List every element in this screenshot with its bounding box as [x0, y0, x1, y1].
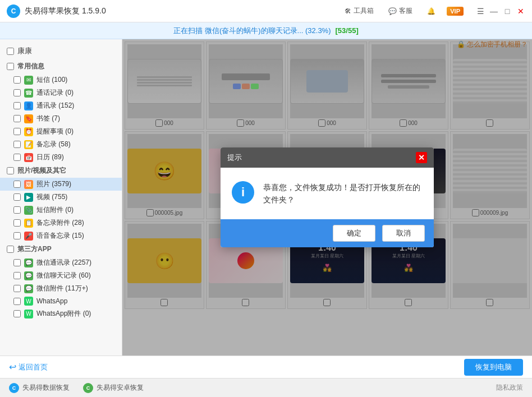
videos-checkbox[interactable]: [13, 193, 21, 201]
menu-icon[interactable]: ☰: [476, 7, 485, 16]
notes-label: 备忘录 (58): [36, 140, 71, 149]
recover-button[interactable]: 恢复到电脑: [464, 359, 523, 376]
section-media-checkbox[interactable]: [7, 167, 14, 174]
sidebar: 康康 常用信息 ✉ 短信 (100) ☎ 通话记录 (0) 👤 通讯录 (152…: [0, 39, 122, 356]
footer-app1[interactable]: C 失易得数据恢复: [9, 383, 70, 393]
sidebar-item-notes[interactable]: 📝 备忘录 (58): [0, 138, 122, 151]
app-logo: C: [7, 4, 20, 18]
sms-checkbox[interactable]: [13, 76, 21, 84]
photos-icon: 🖼: [24, 180, 33, 189]
calendar-label: 日历 (89): [36, 153, 64, 162]
minimize-button[interactable]: —: [489, 7, 498, 16]
whatsapp-checkbox[interactable]: [13, 298, 21, 305]
voice-memos-icon: 🎤: [24, 232, 33, 241]
sidebar-item-wechat-chat[interactable]: 💬 微信聊天记录 (60): [0, 269, 122, 282]
wechat-contacts-checkbox[interactable]: [13, 259, 21, 266]
dialog: 提示 ✕ i 恭喜您，文件恢复成功！是否打开恢复所在的文件夹？ 确定 取消: [221, 147, 434, 248]
photos-checkbox[interactable]: [13, 181, 21, 188]
contacts-label: 通讯录 (152): [36, 101, 74, 110]
sidebar-item-notes-attachments[interactable]: 📋 备忘录附件 (28): [0, 216, 122, 229]
section-common: 常用信息: [0, 59, 122, 73]
scan-progress: [53/55]: [336, 26, 359, 35]
reminders-icon: ⏰: [24, 127, 33, 136]
calls-checkbox[interactable]: [13, 89, 21, 96]
content-area: 000 000: [122, 39, 532, 356]
dialog-close-button[interactable]: ✕: [416, 152, 427, 163]
title-bar-right: 🛠 工具箱 💬 客服 🔔 VIP ☰ — □ ✕: [341, 4, 525, 17]
bookmarks-label: 书签 (7): [36, 114, 60, 123]
toolbox-icon: 🛠: [345, 7, 351, 15]
wechat-chat-checkbox[interactable]: [13, 272, 21, 279]
maximize-button[interactable]: □: [503, 7, 512, 16]
section-third-party-checkbox[interactable]: [7, 246, 14, 253]
calendar-checkbox[interactable]: [13, 154, 21, 161]
dialog-cancel-button[interactable]: 取消: [382, 225, 425, 242]
sidebar-item-bookmarks[interactable]: 🔖 书签 (7): [0, 112, 122, 125]
videos-label: 视频 (755): [36, 192, 67, 202]
close-button[interactable]: ✕: [516, 7, 525, 16]
wechat-chat-label: 微信聊天记录 (60): [36, 271, 91, 280]
notes-checkbox[interactable]: [13, 141, 21, 148]
sidebar-item-calendar[interactable]: 📅 日历 (89): [0, 151, 122, 164]
dialog-title: 提示: [227, 153, 242, 163]
user-checkbox[interactable]: [7, 48, 14, 55]
reminders-checkbox[interactable]: [13, 128, 21, 135]
videos-icon: ▶: [24, 193, 33, 202]
window-controls: ☰ — □ ✕: [476, 7, 525, 16]
sidebar-item-videos[interactable]: ▶ 视频 (755): [0, 191, 122, 204]
sidebar-item-sms-attachments[interactable]: 📎 短信附件 (0): [0, 204, 122, 216]
sms-icon: ✉: [24, 76, 33, 85]
sidebar-item-whatsapp-attachments[interactable]: W WhatsApp附件 (0): [0, 307, 122, 320]
toolbox-button[interactable]: 🛠 工具箱: [341, 4, 377, 17]
reminders-label: 提醒事项 (0): [36, 127, 74, 136]
bookmarks-checkbox[interactable]: [13, 115, 21, 122]
sidebar-item-photos[interactable]: 🖼 照片 (3579): [0, 178, 122, 191]
sidebar-item-voice-memos[interactable]: 🎤 语音备忘录 (15): [0, 229, 122, 242]
contacts-checkbox[interactable]: [13, 102, 21, 109]
footer-app1-label: 失易得数据恢复: [22, 383, 70, 393]
sidebar-item-sms[interactable]: ✉ 短信 (100): [0, 73, 122, 86]
sidebar-item-whatsapp[interactable]: W WhatsApp: [0, 295, 122, 307]
vip-badge[interactable]: VIP: [447, 7, 464, 16]
sidebar-item-wechat-attachments[interactable]: 💬 微信附件 (11万+): [0, 282, 122, 295]
notes-attach-checkbox[interactable]: [13, 219, 21, 227]
sms-attach-icon: 📎: [24, 206, 33, 215]
bell-icon: 🔔: [427, 7, 435, 15]
sms-attach-label: 短信附件 (0): [36, 205, 74, 215]
voice-memos-label: 语音备忘录 (15): [36, 231, 84, 241]
footer-app2-label: 失易得安卓恢复: [97, 383, 144, 393]
scan-text: 正在扫描 微信(奋斗的蜗牛)的聊天记录... (32.3%): [173, 26, 331, 36]
footer: C 失易得数据恢复 C 失易得安卓恢复 隐私政策: [0, 378, 532, 397]
wechat-attach-icon: 💬: [24, 284, 33, 293]
support-button[interactable]: 💬 客服: [385, 4, 416, 17]
bell-button[interactable]: 🔔: [424, 6, 439, 17]
calls-label: 通话记录 (0): [36, 88, 74, 98]
section-third-party-label: 第三方APP: [17, 244, 52, 254]
sidebar-item-reminders[interactable]: ⏰ 提醒事项 (0): [0, 125, 122, 138]
section-media-label: 照片/视频及其它: [17, 166, 66, 176]
privacy-link[interactable]: 隐私政策: [496, 383, 523, 393]
section-third-party: 第三方APP: [0, 242, 122, 256]
dialog-footer: 确定 取消: [221, 219, 434, 247]
whatsapp-attach-checkbox[interactable]: [13, 310, 21, 317]
notes-attach-label: 备忘录附件 (28): [36, 218, 84, 228]
sidebar-item-calls[interactable]: ☎ 通话记录 (0): [0, 86, 122, 99]
back-icon: ↩: [9, 362, 16, 372]
voice-memos-checkbox[interactable]: [13, 232, 21, 239]
sms-attach-checkbox[interactable]: [13, 206, 21, 214]
photos-label: 照片 (3579): [36, 179, 71, 189]
sidebar-item-wechat-contacts[interactable]: 💬 微信通讯录 (2257): [0, 256, 122, 269]
footer-app2[interactable]: C 失易得安卓恢复: [83, 383, 144, 393]
bottom-toolbar: ↩ 返回首页 恢复到电脑: [0, 356, 532, 378]
section-common-checkbox[interactable]: [7, 63, 14, 70]
sidebar-item-contacts[interactable]: 👤 通讯录 (152): [0, 99, 122, 112]
footer-logo-1: C: [9, 383, 19, 393]
back-button[interactable]: ↩ 返回首页: [9, 362, 48, 372]
dialog-confirm-button[interactable]: 确定: [333, 225, 375, 242]
wechat-attach-checkbox[interactable]: [13, 285, 21, 292]
notes-icon: 📝: [24, 140, 33, 149]
bookmarks-icon: 🔖: [24, 114, 33, 123]
section-media: 照片/视频及其它: [0, 164, 122, 178]
title-bar: C 失易得苹果恢复 1.5.9.0 🛠 工具箱 💬 客服 🔔 VIP ☰ — □…: [0, 0, 532, 22]
whatsapp-attach-icon: W: [24, 310, 33, 318]
